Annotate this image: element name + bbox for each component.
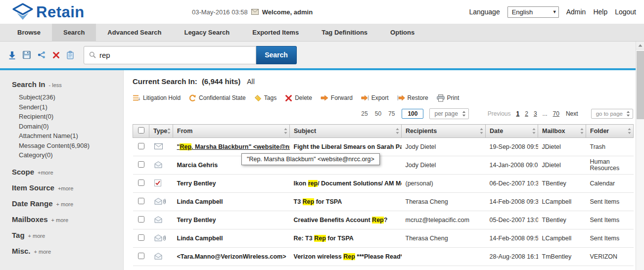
page-size-100[interactable]: 100 (402, 109, 423, 119)
page-number-1[interactable]: 1 (516, 110, 520, 117)
all-link[interactable]: All (247, 78, 255, 86)
section-title[interactable]: Misc. (12, 247, 31, 255)
search-in-item[interactable]: Message Content(6,908) (19, 141, 123, 151)
page-size-50[interactable]: 50 (375, 110, 381, 117)
action-restore[interactable]: Restore (397, 94, 428, 101)
column-header-recipients[interactable]: Recipients (402, 125, 486, 138)
section-title[interactable]: Scope (12, 168, 34, 176)
section-toggle[interactable]: + more (56, 201, 74, 207)
row-checkbox[interactable] (138, 180, 144, 186)
column-header-subject[interactable]: Subject (290, 125, 402, 138)
scroll-up-button[interactable] (636, 42, 644, 49)
table-row[interactable]: Linda CampbellRe: T3 Rep for TSPATherasa… (133, 229, 634, 248)
section-toggle[interactable]: +more (38, 170, 53, 176)
row-checkbox[interactable] (138, 198, 144, 204)
action-export[interactable]: Export (361, 94, 389, 101)
tab-search[interactable]: Search (52, 24, 96, 41)
table-row[interactable]: Linda CampbellT3 Rep for TSPATherasa Che… (133, 193, 634, 211)
section-title[interactable]: Date Range (12, 199, 53, 208)
download-search-button[interactable] (7, 50, 17, 60)
tab-browse[interactable]: Browse (6, 24, 52, 41)
logout-link[interactable]: Logout (615, 8, 636, 16)
table-row[interactable]: <Tara.Manno@VerizonWireless.com>Verizon … (133, 248, 634, 266)
table-row[interactable]: c0neve01Stage 5 Rep - Wikipedia, the fre… (133, 266, 634, 270)
page-number-3[interactable]: 3 (534, 110, 537, 117)
page-number-70[interactable]: 70 (553, 110, 559, 117)
row-checkbox[interactable] (138, 216, 144, 223)
select-all-checkbox[interactable] (138, 127, 144, 134)
action-litigation-hold[interactable]: Litigation Hold (133, 94, 181, 102)
row-select-cell (133, 229, 149, 248)
action-print[interactable]: Print (437, 94, 460, 102)
sort-arrows-icon[interactable] (580, 128, 584, 135)
sort-arrows-icon[interactable] (628, 128, 631, 135)
column-header-date[interactable]: Date (486, 125, 538, 138)
section-toggle[interactable]: - less (49, 82, 62, 88)
column-header-type[interactable]: Type (149, 125, 173, 138)
sort-arrows-icon[interactable] (284, 128, 287, 135)
table-row[interactable]: Terry BentleyIkon rep/ Document Solution… (133, 175, 634, 193)
language-select[interactable]: English ▼ (507, 6, 559, 18)
share-search-button[interactable] (37, 50, 46, 60)
tab-options[interactable]: Options (379, 24, 426, 41)
section-title[interactable]: Search In (12, 80, 46, 89)
sort-arrows-icon[interactable] (167, 128, 171, 135)
sort-arrows-icon[interactable] (532, 128, 536, 135)
action-tags[interactable]: Tags (254, 94, 276, 102)
tab-advanced-search[interactable]: Advanced Search (96, 24, 173, 41)
admin-link[interactable]: Admin (566, 8, 586, 16)
page-number-2[interactable]: 2 (525, 110, 528, 117)
section-toggle[interactable]: + more (51, 217, 69, 223)
next-button[interactable]: Next (566, 110, 578, 117)
search-field[interactable] (84, 46, 256, 64)
action-delete[interactable]: Delete (285, 94, 312, 102)
section-title[interactable]: Item Source (12, 183, 54, 192)
search-in-item[interactable]: Recipient(0) (19, 112, 123, 122)
column-header-from[interactable]: From (173, 125, 290, 138)
tab-legacy-search[interactable]: Legacy Search (173, 24, 241, 41)
table-row[interactable]: Terry BentleyCreative Benefits Account R… (133, 211, 634, 229)
section-title[interactable]: Tag (12, 231, 25, 239)
previous-button[interactable]: Previous (488, 110, 511, 117)
row-checkbox[interactable] (138, 253, 144, 259)
retain-logo[interactable]: Retain (12, 3, 85, 21)
row-checkbox[interactable] (138, 234, 144, 241)
saved-searches-button[interactable] (66, 50, 75, 60)
action-confidential-state[interactable]: Confidential State (189, 94, 246, 102)
search-in-item[interactable]: Attachment Name(1) (19, 131, 123, 141)
sort-arrows-icon[interactable] (480, 128, 483, 135)
action-forward[interactable]: Forward (321, 94, 353, 101)
search-button[interactable]: Search (256, 46, 297, 64)
column-header-folder[interactable]: Folder (586, 125, 634, 138)
section-toggle[interactable]: + more (34, 249, 51, 255)
column-header-mailbox[interactable]: Mailbox (538, 125, 586, 138)
scrollbar-thumb[interactable] (637, 51, 644, 119)
search-in-item[interactable]: Category(0) (19, 150, 123, 160)
help-link[interactable]: Help (593, 8, 607, 16)
search-in-item[interactable]: Subject(236) (19, 92, 123, 102)
welcome-text: Welcome, admin (262, 8, 313, 16)
table-row[interactable]: Marcia GehrisJody Dietel14-Jan-2008 09:0… (133, 156, 634, 175)
page-size-75[interactable]: 75 (388, 110, 395, 117)
search-input[interactable] (99, 51, 251, 59)
section-toggle[interactable]: +more (58, 185, 74, 191)
section-toggle[interactable]: + more (28, 233, 46, 239)
page-size-25[interactable]: 25 (361, 110, 368, 117)
row-checkbox[interactable] (138, 161, 144, 168)
tab-tag-definitions[interactable]: Tag Definitions (310, 24, 379, 41)
vertical-scrollbar[interactable] (636, 42, 644, 270)
stepper-arrows-icon[interactable] (462, 111, 466, 117)
section-title[interactable]: Mailboxes (12, 215, 48, 224)
save-search-button[interactable] (22, 50, 32, 60)
from-link[interactable]: "Rep. Marsha Blackburn" <website@nrcc.or (177, 143, 290, 150)
tab-exported-items[interactable]: Exported Items (241, 24, 310, 41)
row-checkbox[interactable] (138, 143, 144, 149)
delete-search-button[interactable] (51, 50, 61, 60)
table-row[interactable]: "Rep. Marsha Blackburn" <website@nrcc.or… (133, 138, 634, 156)
goto-page-box[interactable]: go to page (591, 109, 633, 119)
search-in-item[interactable]: Sender(1) (19, 102, 123, 112)
per-page-control[interactable]: per page (429, 108, 468, 119)
sort-arrows-icon[interactable] (396, 128, 399, 135)
search-in-item[interactable]: Domain(0) (19, 122, 123, 132)
stepper-arrows-icon[interactable] (626, 111, 630, 117)
